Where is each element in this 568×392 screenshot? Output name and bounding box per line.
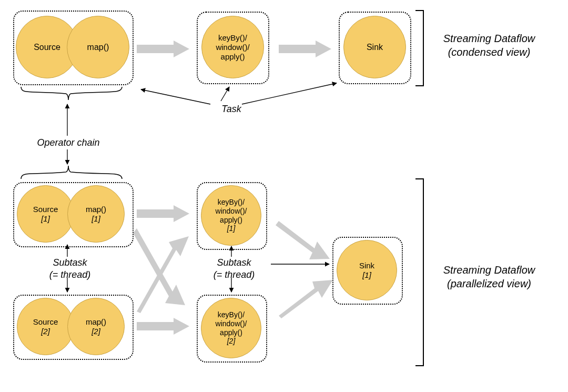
diagram-canvas: Source map() keyBy()/ window()/ apply() … [0, 0, 568, 392]
svg-marker-0 [137, 41, 189, 57]
op-middle-label: keyBy()/ window()/ apply() [216, 33, 249, 62]
svg-marker-1 [279, 41, 331, 57]
op-map-2: map()[2] [67, 298, 125, 355]
op-map: map() [67, 16, 129, 78]
label-subtask-right: Subtask (= thread) [200, 257, 268, 280]
svg-line-10 [141, 89, 210, 104]
svg-marker-6 [276, 221, 330, 259]
op-source-1: Source[1] [17, 185, 74, 243]
op-middle: keyBy()/ window()/ apply() [201, 16, 264, 78]
op-middle1-label: keyBy()/ window()/ apply() [1] [216, 198, 247, 233]
op-source-label: Source [34, 42, 60, 52]
op-sink-1: Sink[1] [337, 240, 397, 300]
svg-marker-4 [137, 318, 189, 335]
svg-line-12 [242, 83, 337, 104]
section-label-condensed: Streaming Dataflow (condensed view) [431, 32, 547, 59]
op-map2-label: map()[2] [86, 317, 106, 336]
svg-marker-2 [137, 205, 189, 222]
curly-brace-parallel [21, 166, 122, 179]
label-subtask-left: Subtask (= thread) [36, 257, 104, 280]
op-middle2-label: keyBy()/ window()/ apply() [2] [216, 310, 247, 346]
svg-marker-5 [137, 236, 189, 313]
svg-line-11 [221, 87, 229, 101]
op-source1-label: Source[1] [33, 205, 58, 224]
op-sink-label: Sink [367, 42, 383, 52]
op-source2-label: Source[2] [33, 317, 58, 336]
op-map1-label: map()[1] [86, 205, 106, 224]
op-map-1: map()[1] [67, 185, 125, 243]
svg-marker-3 [133, 228, 185, 305]
op-sink: Sink [343, 16, 406, 78]
curly-brace-condensed [21, 87, 122, 100]
op-sink1-label: Sink[1] [359, 261, 374, 280]
label-operator-chain: Operator chain [26, 137, 110, 149]
op-map-label: map() [87, 42, 109, 52]
section-bracket-parallel [415, 179, 423, 366]
op-middle-2: keyBy()/ window()/ apply() [2] [201, 298, 261, 358]
section-bracket-condensed [415, 11, 423, 86]
section-label-parallel: Streaming Dataflow (parallelized view) [431, 263, 547, 290]
op-source-2: Source[2] [17, 298, 74, 355]
label-task: Task [210, 103, 252, 115]
svg-marker-7 [279, 280, 333, 318]
op-middle-1: keyBy()/ window()/ apply() [1] [201, 185, 261, 246]
